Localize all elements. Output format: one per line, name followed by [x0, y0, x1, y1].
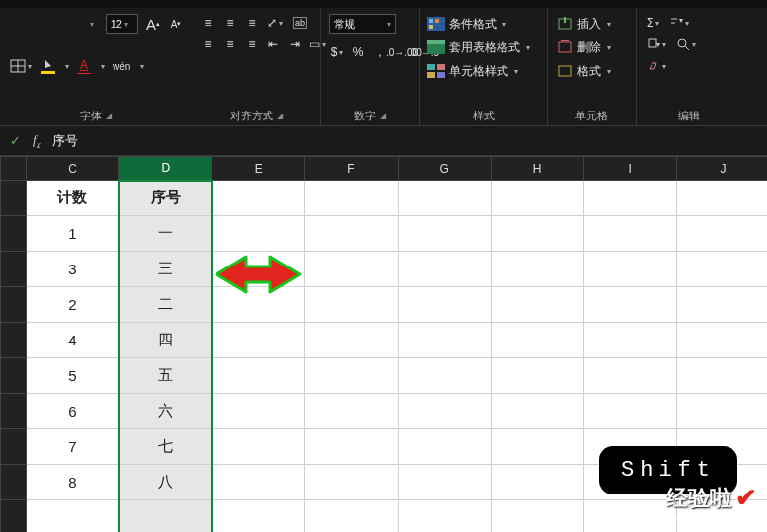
cell[interactable]: [398, 323, 491, 358]
cell-selected-col[interactable]: 八: [119, 465, 212, 500]
cell[interactable]: [491, 429, 583, 465]
cell[interactable]: 7: [27, 429, 119, 465]
cell[interactable]: [676, 252, 767, 287]
cell[interactable]: [491, 358, 583, 394]
phonetic-icon[interactable]: wén: [111, 57, 132, 75]
align-bottom-icon[interactable]: ≡: [244, 14, 260, 32]
fill-color-icon[interactable]: [39, 57, 57, 75]
cell[interactable]: [491, 394, 583, 429]
cell[interactable]: [676, 181, 767, 216]
cell[interactable]: [676, 287, 767, 323]
cell-selected-col[interactable]: 六: [119, 394, 212, 429]
cell[interactable]: [119, 500, 212, 533]
col-header[interactable]: E: [212, 157, 305, 181]
cell[interactable]: [491, 323, 583, 358]
cell[interactable]: [398, 216, 491, 252]
table-row[interactable]: 6六: [1, 394, 768, 429]
cell[interactable]: [583, 216, 676, 252]
cell-styles-button[interactable]: 单元格样式▾: [427, 61, 539, 81]
cell[interactable]: [491, 500, 583, 533]
cell[interactable]: [676, 323, 767, 358]
table-row[interactable]: 计数序号: [1, 181, 768, 216]
cell[interactable]: [676, 358, 767, 394]
cell[interactable]: [212, 181, 305, 216]
delete-button[interactable]: 删除▾: [556, 38, 628, 57]
col-header[interactable]: J: [676, 157, 767, 181]
cell[interactable]: [212, 323, 305, 358]
spreadsheet-grid[interactable]: C D E F G H I J 计数序号1一3三2二4四5五6六7七8八 Shi…: [0, 156, 767, 532]
cell-selected-col[interactable]: 七: [119, 429, 212, 465]
cell[interactable]: 2: [27, 287, 119, 323]
align-top-icon[interactable]: ≡: [200, 14, 216, 32]
align-middle-icon[interactable]: ≡: [222, 14, 238, 32]
cell[interactable]: [398, 252, 491, 287]
cell[interactable]: [398, 394, 491, 429]
cell[interactable]: [212, 358, 305, 394]
format-button[interactable]: 格式▾: [556, 61, 628, 81]
table-row[interactable]: [1, 500, 768, 533]
font-name-dd[interactable]: ▾: [84, 15, 100, 33]
cell[interactable]: [305, 500, 398, 533]
cell[interactable]: [212, 500, 305, 533]
autosum-icon[interactable]: Σ▾: [645, 14, 661, 32]
cell[interactable]: [583, 500, 676, 533]
cell-selected-col[interactable]: 四: [119, 323, 212, 358]
cell[interactable]: [491, 181, 583, 216]
fx-icon[interactable]: fx: [33, 132, 40, 150]
cell-selected-col[interactable]: 序号: [119, 181, 212, 216]
col-header[interactable]: I: [583, 157, 676, 181]
conditional-format-button[interactable]: 条件格式▾: [427, 14, 539, 34]
cell-selected-col[interactable]: 五: [119, 358, 212, 394]
cell[interactable]: [398, 465, 491, 500]
cell[interactable]: [491, 252, 583, 287]
cell[interactable]: 5: [27, 358, 119, 394]
cell[interactable]: [305, 252, 398, 287]
cell[interactable]: [212, 252, 305, 287]
col-header[interactable]: H: [491, 157, 583, 181]
cell[interactable]: [305, 394, 398, 429]
cell[interactable]: 计数: [27, 181, 119, 216]
col-header[interactable]: G: [398, 157, 491, 181]
table-row[interactable]: 2二: [1, 287, 768, 323]
fill-icon[interactable]: ▾: [645, 36, 668, 53]
cell[interactable]: [305, 429, 398, 465]
cell[interactable]: [583, 323, 676, 358]
cell[interactable]: [305, 287, 398, 323]
formula-input[interactable]: 序号: [52, 132, 78, 150]
cell[interactable]: 1: [27, 216, 119, 252]
insert-button[interactable]: 插入▾: [556, 14, 628, 34]
cell[interactable]: [583, 394, 676, 429]
cell[interactable]: [305, 216, 398, 252]
cell[interactable]: [583, 287, 676, 323]
indent-decrease-icon[interactable]: ⇤: [266, 36, 281, 53]
accounting-icon[interactable]: $▾: [329, 43, 345, 61]
sort-filter-icon[interactable]: ▾: [667, 14, 691, 32]
table-row[interactable]: 5五: [1, 358, 768, 394]
cell[interactable]: [305, 181, 398, 216]
cell[interactable]: [398, 358, 491, 394]
cell[interactable]: [212, 465, 305, 500]
decrease-font-icon[interactable]: A▾: [168, 15, 184, 33]
increase-font-icon[interactable]: A▴: [144, 15, 162, 33]
cell[interactable]: [212, 394, 305, 429]
cell[interactable]: [583, 358, 676, 394]
cell[interactable]: [27, 500, 119, 533]
cell[interactable]: [583, 252, 676, 287]
indent-increase-icon[interactable]: ⇥: [287, 36, 303, 53]
column-header-row[interactable]: C D E F G H I J: [1, 157, 768, 181]
cell[interactable]: 3: [27, 252, 119, 287]
table-row[interactable]: 4四: [1, 323, 768, 358]
number-format-select[interactable]: 常规▾: [329, 14, 396, 34]
cell-selected-col[interactable]: 二: [119, 287, 212, 323]
clear-icon[interactable]: ▾: [645, 57, 668, 75]
table-row[interactable]: 1一: [1, 216, 768, 252]
cell[interactable]: 4: [27, 323, 119, 358]
cell[interactable]: [491, 287, 583, 323]
cell[interactable]: [305, 323, 398, 358]
percent-icon[interactable]: %: [350, 43, 366, 61]
cell[interactable]: [398, 181, 491, 216]
cell[interactable]: 8: [27, 465, 119, 500]
cell[interactable]: [676, 216, 767, 252]
font-color-icon[interactable]: A: [75, 57, 93, 75]
align-right-icon[interactable]: ≡: [244, 36, 260, 53]
